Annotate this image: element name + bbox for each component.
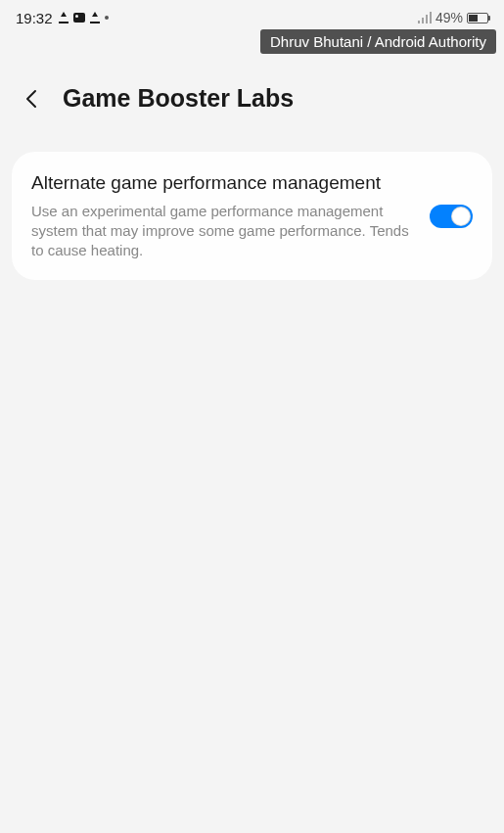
- status-notification-icons: [59, 12, 109, 23]
- chevron-left-icon: [25, 89, 37, 109]
- battery-percent: 49%: [435, 10, 463, 25]
- back-button[interactable]: [20, 87, 43, 111]
- setting-text: Alternate game performance management Us…: [31, 171, 410, 260]
- page-title: Game Booster Labs: [63, 84, 294, 113]
- image-icon: [73, 13, 85, 23]
- setting-toggle[interactable]: [430, 205, 473, 228]
- setting-description: Use an experimental game performance man…: [31, 202, 410, 261]
- upload-icon: [90, 12, 100, 23]
- setting-item[interactable]: Alternate game performance management Us…: [12, 152, 492, 280]
- battery-icon: [467, 13, 488, 23]
- upload-icon: [59, 12, 69, 23]
- signal-icon: [418, 12, 432, 23]
- setting-title: Alternate game performance management: [31, 171, 410, 196]
- watermark: Dhruv Bhutani / Android Authority: [260, 29, 496, 54]
- status-right: 49%: [418, 10, 488, 25]
- more-dot-icon: [105, 16, 109, 20]
- toggle-knob: [451, 207, 471, 226]
- status-left: 19:32: [16, 10, 109, 26]
- status-time: 19:32: [16, 10, 53, 26]
